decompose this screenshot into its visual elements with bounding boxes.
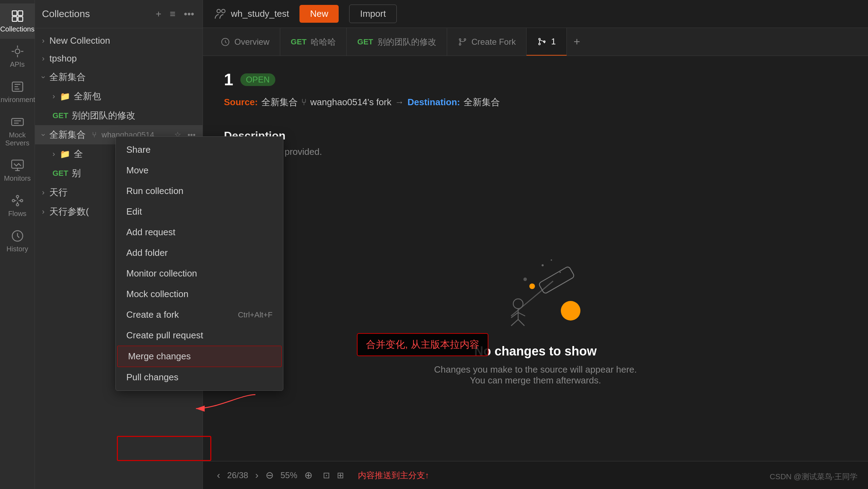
collection-label: 天行 (49, 186, 68, 199)
context-menu-share[interactable]: Share (116, 139, 283, 160)
context-menu-edit[interactable]: Edit (116, 201, 283, 222)
svg-point-11 (20, 200, 23, 202)
annotation-arrow-svg (189, 391, 259, 412)
get-method-badge: GET (52, 169, 68, 178)
sidebar-item-flows[interactable]: Flows (0, 188, 35, 223)
collection-label: 全新集合 (49, 71, 86, 83)
tab-pr-1[interactable]: 1 (527, 28, 566, 56)
zoom-in-button[interactable]: ⊕ (304, 469, 312, 481)
request-label: 别的团队的修改 (72, 109, 135, 122)
context-menu-add-request[interactable]: Add request (116, 222, 283, 243)
tab-hahaha[interactable]: GET 哈哈哈 (280, 28, 347, 56)
chevron-down-icon: › (39, 76, 48, 78)
get-method-badge: GET (52, 111, 68, 120)
folder-icon: 📁 (60, 149, 70, 159)
description-title: Description (224, 129, 847, 142)
pr-icon (537, 37, 547, 46)
zoom-level: 55% (281, 470, 297, 480)
svg-point-24 (529, 283, 535, 289)
sidebar-item-history[interactable]: History (0, 223, 35, 259)
add-tab-button[interactable]: + (567, 35, 587, 48)
svg-point-16 (459, 38, 461, 40)
svg-point-9 (16, 195, 19, 198)
sidebar-item-monitors[interactable]: Monitors (0, 153, 35, 188)
svg-rect-0 (12, 11, 17, 15)
context-menu-add-folder[interactable]: Add folder (116, 243, 283, 263)
description-text: No description provided. (224, 146, 847, 157)
svg-point-35 (551, 259, 552, 261)
topbar: wh_study_test New Import (203, 0, 868, 28)
zoom-out-button[interactable]: ⊖ (266, 469, 274, 481)
svg-point-19 (539, 38, 541, 40)
tab-biede-xiugai[interactable]: GET 别的团队的修改 (347, 28, 447, 56)
svg-line-29 (518, 312, 525, 316)
pr-status: 1 OPEN (224, 70, 847, 89)
sidebar-item-apis[interactable]: APIs (0, 39, 35, 74)
sidebar-item-collections[interactable]: Collections (0, 3, 35, 39)
collection-label: 天行参数( (49, 206, 89, 218)
collection-label: tpshop (49, 53, 77, 64)
filter-button[interactable]: ≡ (168, 7, 177, 21)
chevron-down-icon: › (39, 134, 48, 136)
list-item[interactable]: › 全新集合 (35, 67, 203, 87)
tab-create-fork[interactable]: Create Fork (447, 28, 527, 56)
tab-overview[interactable]: Overview (210, 28, 280, 56)
folder-icon: 📁 (60, 92, 70, 101)
chevron-right-icon: › (42, 54, 44, 63)
import-button[interactable]: Import (349, 5, 397, 23)
no-changes-illustration (483, 246, 588, 330)
annotation-box: 合并变化, 从主版本拉内容 (357, 333, 488, 356)
more-options-button[interactable]: ••• (183, 7, 196, 21)
context-menu-create-fork[interactable]: Create a fork Ctrl+Alt+F (116, 304, 283, 325)
status-badge: OPEN (240, 73, 275, 86)
list-item[interactable]: › New Collection (35, 32, 203, 50)
context-menu-monitor-collection[interactable]: Monitor collection (116, 263, 283, 284)
list-item[interactable]: GET 别的团队的修改 (35, 106, 203, 125)
context-menu-merge-changes[interactable]: Merge changes (117, 346, 282, 367)
no-changes-desc: Changes you make to the source will appe… (431, 364, 641, 386)
overview-icon (220, 37, 230, 47)
prev-page-button[interactable]: ‹ (217, 470, 220, 481)
content-body: 1 OPEN Source: 全新集合 ⑂ wanghao0514's fork… (203, 56, 868, 461)
request-label: 别 (72, 167, 81, 179)
chevron-right-icon: › (52, 92, 55, 101)
svg-point-10 (16, 203, 19, 206)
no-changes-title: No changes to show (474, 344, 597, 359)
main-content: wh_study_test New Import Overview GET 哈哈… (203, 0, 868, 489)
context-menu: Share Move Run collection Edit Add reque… (115, 136, 283, 391)
layout-button[interactable]: ⊞ (337, 470, 344, 480)
svg-point-18 (464, 38, 466, 40)
svg-point-32 (561, 301, 580, 321)
tab-bar: Overview GET 哈哈哈 GET 别的团队的修改 Create Fork (203, 28, 868, 56)
svg-point-20 (539, 43, 541, 45)
annotation-overlay: 合并变化, 从主版本拉内容 (189, 391, 259, 412)
new-button[interactable]: New (299, 5, 339, 23)
collections-actions: + ≡ ••• (154, 7, 196, 21)
fit-button[interactable]: ⊡ (323, 470, 330, 480)
folder-label: 全新包 (74, 90, 101, 102)
context-menu-run-collection[interactable]: Run collection (116, 181, 283, 201)
svg-point-13 (217, 9, 220, 13)
context-menu-mock-collection[interactable]: Mock collection (116, 284, 283, 304)
svg-point-33 (542, 264, 544, 266)
workspace-name: wh_study_test (213, 7, 289, 21)
next-page-button[interactable]: › (255, 470, 258, 481)
svg-point-25 (523, 278, 527, 281)
svg-rect-1 (18, 11, 22, 15)
context-menu-pull-changes[interactable]: Pull changes (116, 367, 283, 388)
pr-header: 1 OPEN Source: 全新集合 ⑂ wanghao0514's fork… (224, 70, 847, 108)
sidebar-item-mock-servers[interactable]: Mock Servers (0, 109, 35, 153)
list-item[interactable]: › tpshop (35, 50, 203, 67)
list-item[interactable]: › 📁 全新包 (35, 87, 203, 106)
sidebar-item-environments[interactable]: Environments (0, 74, 35, 109)
collection-label: New Collection (49, 35, 110, 46)
fork-icon: ⑂ (301, 97, 307, 108)
add-collection-button[interactable]: + (154, 7, 163, 21)
get-badge: GET (357, 37, 373, 46)
fork-icon: ⑂ (92, 130, 97, 139)
context-menu-move[interactable]: Move (116, 160, 283, 181)
chevron-right-icon: › (42, 207, 44, 216)
context-menu-create-pull-request[interactable]: Create pull request (116, 325, 283, 346)
collections-panel: Collections + ≡ ••• › New Collection › t… (35, 0, 203, 489)
collections-title: Collections (42, 8, 90, 20)
